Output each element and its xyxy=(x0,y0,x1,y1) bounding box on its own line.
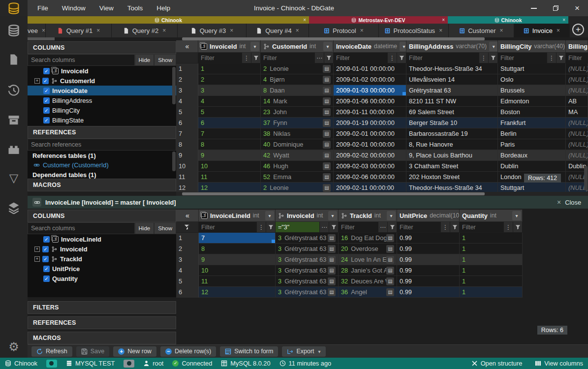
column-menu-chevron-icon[interactable]: ▾ xyxy=(323,42,332,51)
table-row[interactable]: 2 2 4Bjørn▤ 2009-01-02 00:00:00 Ullevåls… xyxy=(176,74,588,85)
column-menu-chevron-icon[interactable]: ▾ xyxy=(489,42,498,51)
column-item-trackid[interactable]: + ✓ TrackId xyxy=(28,254,176,264)
tab-query-1[interactable]: Query #1× xyxy=(46,24,112,37)
filter-invoiceid[interactable]: ⋮ xyxy=(198,53,261,63)
filter-invoiceid-active[interactable]: ⋯ xyxy=(276,222,339,233)
settings-gear-icon[interactable]: ⚙ xyxy=(0,341,28,353)
columns-section-header[interactable]: COLUMNS xyxy=(28,210,176,222)
vertical-scrollbar[interactable] xyxy=(584,166,588,190)
open-lookup-icon[interactable]: ▤ xyxy=(386,245,394,253)
minimize-button[interactable] xyxy=(523,0,545,16)
column-menu-chevron-icon[interactable]: ▾ xyxy=(328,211,337,220)
column-item-unitprice[interactable]: ✓ UnitPrice xyxy=(28,264,176,274)
close-tab-icon[interactable]: × xyxy=(360,27,364,34)
funnel-icon[interactable] xyxy=(387,222,397,232)
open-lookup-icon[interactable]: ▤ xyxy=(323,162,331,170)
table-row[interactable]: 8 8 40Dominique▤ 2009-02-01 00:00:00 8, … xyxy=(176,139,588,150)
open-lookup-icon[interactable]: ▤ xyxy=(328,288,336,296)
filter-billingaddress[interactable]: ⋮ xyxy=(406,53,498,63)
connection-color-chip[interactable] xyxy=(124,360,134,368)
column-item-billingstate[interactable]: ✓ BillingState xyxy=(28,115,176,125)
search-columns-input[interactable] xyxy=(28,54,135,66)
search-references-input[interactable] xyxy=(28,139,176,151)
column-menu-chevron-icon[interactable]: ▾ xyxy=(250,42,259,51)
save-button[interactable]: Save xyxy=(76,346,110,357)
open-lookup-icon[interactable]: ▤ xyxy=(386,288,394,296)
table-row[interactable]: 9 9 42Wyatt▤ 2009-02-02 00:00:00 9, Plac… xyxy=(176,150,588,161)
column-header-quantity[interactable]: Quantityint ▾ xyxy=(460,210,523,222)
menu-view[interactable]: View xyxy=(93,2,120,14)
tab-invoice[interactable]: ⊞Invoice× xyxy=(514,24,570,37)
refresh-button[interactable]: Refresh xyxy=(31,346,72,357)
tab-customer[interactable]: ⊞Customer× xyxy=(449,24,514,37)
open-structure-button[interactable]: Open structure xyxy=(471,360,523,367)
delete-rows-button[interactable]: −Delete row(s) xyxy=(160,346,216,357)
column-item-quantity[interactable]: ✓ Quantity xyxy=(28,274,176,283)
checkbox-checked[interactable]: ✓ xyxy=(43,236,50,243)
open-lookup-icon[interactable]: ▤ xyxy=(323,119,331,127)
open-lookup-icon[interactable]: ▤ xyxy=(328,234,336,242)
open-lookup-icon[interactable]: ▤ xyxy=(323,152,331,159)
ellipsis-icon[interactable]: ⋯ xyxy=(378,222,387,232)
funnel-icon[interactable] xyxy=(488,53,497,63)
close-tab-icon[interactable]: × xyxy=(557,27,560,34)
open-lookup-icon[interactable]: ▤ xyxy=(323,97,331,105)
search-columns-input[interactable] xyxy=(28,222,135,234)
column-header-unitprice[interactable]: UnitPricedecimal(10, ▾ xyxy=(397,210,460,222)
filter-invoicedate[interactable]: ⋮ xyxy=(334,53,406,63)
column-header-customerid[interactable]: CustomerIdint ▾ xyxy=(261,40,334,53)
checkbox-checked[interactable]: ✓ xyxy=(43,266,50,272)
expand-icon[interactable]: + xyxy=(34,246,40,252)
table-row[interactable]: 3 3 8Daan▤ 2009-01-03 00:00:00 Grétrystr… xyxy=(176,85,588,96)
table-row[interactable]: 6 6 37Fynn▤ 2009-01-19 00:00:00 Berger S… xyxy=(176,118,588,128)
connection-group-metrostav[interactable]: Metrostav-Evr-DEV× xyxy=(309,16,448,24)
column-header-billingstate[interactable]: BillingState xyxy=(566,40,588,53)
column-header-invoiceid[interactable]: InvoiceIdint ▾ xyxy=(276,210,339,222)
close-tab-icon[interactable]: × xyxy=(162,27,166,34)
restore-button[interactable] xyxy=(545,0,566,16)
checkbox-checked[interactable]: ✓ xyxy=(43,88,50,94)
funnel-icon[interactable] xyxy=(513,222,522,232)
open-lookup-icon[interactable]: ▤ xyxy=(323,76,331,84)
close-group-icon[interactable]: × xyxy=(562,17,565,23)
kebab-menu-icon[interactable]: ⋮ xyxy=(547,53,556,63)
hide-button[interactable]: Hide xyxy=(135,54,155,66)
kebab-menu-icon[interactable]: ⋮ xyxy=(503,222,513,232)
selected-cell[interactable]: 7 xyxy=(199,233,276,244)
cells-icon[interactable] xyxy=(0,201,28,214)
close-window-button[interactable]: × xyxy=(566,0,588,16)
column-menu-chevron-icon[interactable]: ▾ xyxy=(265,211,274,220)
checkbox-checked[interactable]: ✓ xyxy=(42,256,49,262)
menu-tools[interactable]: Tools xyxy=(122,2,149,14)
column-menu-chevron-icon[interactable]: ▾ xyxy=(400,42,406,51)
columns-section-header[interactable]: COLUMNS xyxy=(28,41,176,54)
history-icon[interactable] xyxy=(0,84,28,97)
macros-section-header[interactable]: MACROS xyxy=(28,332,176,344)
checkbox-checked[interactable]: ✓ xyxy=(43,107,50,114)
open-lookup-icon[interactable]: ▤ xyxy=(323,130,331,138)
funnel-icon[interactable] xyxy=(251,53,260,63)
close-tab-icon[interactable]: × xyxy=(439,27,442,34)
selected-cell[interactable]: 2009-01-03 00:00:00 xyxy=(334,85,406,96)
filters-section-header[interactable]: FILTERS xyxy=(28,301,176,314)
column-menu-chevron-icon[interactable]: ▾ xyxy=(512,211,521,220)
checkbox-checked[interactable]: ✓ xyxy=(43,97,50,104)
tab-query-4[interactable]: Query #4× xyxy=(247,24,309,37)
kebab-menu-icon[interactable]: ⋮ xyxy=(242,53,251,63)
column-item-invoicelineid[interactable]: ✓ 1 InvoiceLineId xyxy=(28,234,176,244)
table-row[interactable]: 2 8 3Grétrystraat 63▤ 20Overdose▤ 0.99 1 xyxy=(176,244,523,254)
panel-scrollbar[interactable] xyxy=(172,67,176,104)
column-header-invoiceid[interactable]: 1 InvoiceIdint ▾ xyxy=(198,40,261,53)
connection-group-chinook-2[interactable]: Chinook× xyxy=(448,16,568,24)
filter-billingcity[interactable]: ⋮ xyxy=(498,53,566,63)
close-tab-icon[interactable]: × xyxy=(500,27,503,34)
show-button[interactable]: Show xyxy=(154,222,176,234)
filter-invoicelineid[interactable]: ⋮ xyxy=(199,222,276,233)
close-tab-icon[interactable]: × xyxy=(230,27,233,34)
funnel-icon[interactable] xyxy=(450,222,459,232)
open-lookup-icon[interactable]: ▤ xyxy=(323,173,331,181)
reference-customer-link[interactable]: Customer (CustomerId) xyxy=(28,160,176,170)
column-header-invoicedate[interactable]: InvoiceDatedatetime ▾ xyxy=(334,40,406,53)
tab-query-3[interactable]: Query #3× xyxy=(178,24,247,37)
filter-triangle-icon[interactable]: ▽ xyxy=(0,173,28,184)
